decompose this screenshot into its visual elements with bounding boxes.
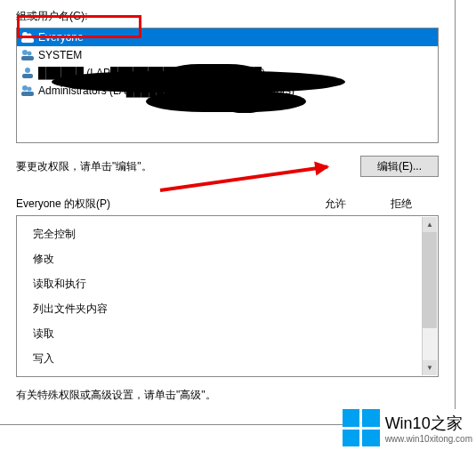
permission-label: 修改 bbox=[33, 252, 54, 267]
permission-row: 读取 bbox=[33, 321, 438, 346]
permission-row: 读取和执行 bbox=[33, 271, 438, 296]
group-item-label: SYSTEM bbox=[38, 49, 82, 61]
permission-label: 读取 bbox=[33, 326, 54, 342]
scroll-up-icon[interactable]: ▲ bbox=[423, 217, 437, 232]
group-item-system[interactable]: SYSTEM bbox=[17, 46, 438, 64]
column-allow: 允许 bbox=[325, 197, 346, 212]
svg-point-8 bbox=[22, 85, 28, 91]
permission-row: 列出文件夹内容 bbox=[33, 296, 438, 321]
group-item-label: Everyone bbox=[38, 31, 84, 44]
permissions-header: Everyone 的权限(P) 允许 拒绝 bbox=[16, 197, 439, 212]
scrollbar[interactable]: ▲ ▼ bbox=[422, 217, 437, 375]
edit-hint-text: 要更改权限，请单击"编辑"。 bbox=[16, 159, 152, 174]
column-deny: 拒绝 bbox=[391, 197, 412, 212]
group-item-label: Administrators (LA████████████████nistra… bbox=[38, 84, 294, 97]
groups-listbox[interactable]: Everyone SYSTEM ██████ (LAP█████████████… bbox=[16, 28, 439, 143]
permission-label: 写入 bbox=[33, 351, 54, 366]
permission-label: 读取和执行 bbox=[33, 277, 86, 292]
users-icon bbox=[20, 84, 35, 98]
svg-rect-5 bbox=[21, 56, 34, 60]
svg-point-4 bbox=[28, 52, 32, 56]
permission-label: 列出文件夹内容 bbox=[33, 301, 108, 317]
edit-button[interactable]: 编辑(E)... bbox=[360, 156, 439, 177]
svg-rect-10 bbox=[21, 92, 34, 96]
svg-rect-7 bbox=[22, 74, 33, 78]
svg-point-9 bbox=[28, 87, 32, 92]
svg-point-1 bbox=[28, 34, 32, 38]
watermark: Win10之家 www.win10xitong.com bbox=[343, 409, 472, 446]
advanced-hint-text: 有关特殊权限或高级设置，请单击"高级"。 bbox=[16, 388, 439, 403]
svg-rect-2 bbox=[21, 38, 34, 43]
svg-point-0 bbox=[22, 32, 28, 37]
edit-hint-row: 要更改权限，请单击"编辑"。 编辑(E)... bbox=[16, 156, 439, 177]
security-panel: 组或用户名(G): Everyone SYSTEM ██████ (LAP███… bbox=[0, 0, 456, 425]
user-icon bbox=[20, 66, 35, 80]
group-item-user[interactable]: ██████ (LAP████████████████████) bbox=[17, 64, 438, 82]
permission-label: 完全控制 bbox=[33, 227, 76, 242]
permissions-listbox: 完全控制 修改 读取和执行 列出文件夹内容 读取 写入 ▲ ▼ bbox=[16, 215, 439, 377]
group-item-everyone[interactable]: Everyone bbox=[17, 28, 438, 46]
group-item-administrators[interactable]: Administrators (LA████████████████nistra… bbox=[17, 82, 438, 100]
windows-logo-icon bbox=[343, 409, 380, 446]
permission-row: 修改 bbox=[33, 246, 438, 271]
permissions-for-label: Everyone 的权限(P) bbox=[16, 197, 110, 212]
watermark-url: www.win10xitong.com bbox=[385, 434, 472, 444]
watermark-title: Win10之家 bbox=[385, 413, 472, 434]
permission-row: 完全控制 bbox=[33, 221, 438, 246]
group-item-label: ██████ (LAP████████████████████) bbox=[38, 67, 265, 79]
scroll-down-icon[interactable]: ▼ bbox=[423, 360, 437, 375]
users-icon bbox=[20, 48, 35, 62]
permission-row: 写入 bbox=[33, 346, 438, 371]
svg-point-6 bbox=[25, 68, 30, 73]
scroll-thumb[interactable] bbox=[423, 232, 437, 328]
svg-point-3 bbox=[22, 50, 28, 55]
groups-label: 组或用户名(G): bbox=[16, 9, 439, 24]
users-icon bbox=[20, 30, 35, 44]
